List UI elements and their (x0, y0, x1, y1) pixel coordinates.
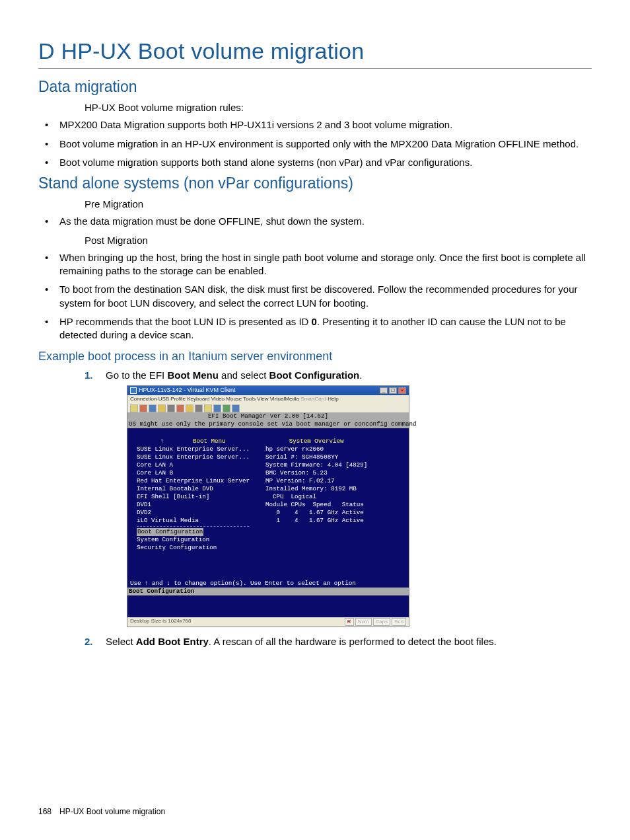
bios-header: EFI Boot Manager ver 2.00 [14.62] (127, 412, 409, 420)
toolbar-icon[interactable] (195, 404, 203, 412)
boot-config-label: Boot Configuration (269, 369, 360, 381)
status-box: Scrl (392, 618, 406, 626)
toolbar-icon[interactable] (186, 404, 193, 412)
lun-id-zero: 0 (312, 316, 317, 327)
menu-item[interactable]: DVD1 (137, 501, 250, 509)
menu-item[interactable]: Security Configuration (137, 544, 250, 552)
list-item: Boot volume migration supports both stan… (38, 156, 592, 169)
status-box: Caps (373, 618, 391, 626)
menu-item[interactable]: iLO Virtual Media (137, 517, 250, 525)
pre-migration-label: Pre Migration (85, 198, 592, 211)
toolbar-icon[interactable] (204, 404, 212, 412)
list-item: When bringing up the host, bring the hos… (38, 251, 592, 278)
list-item: As the data migration must be done OFFLI… (38, 215, 592, 228)
kvm-statusbar: Desktop Size is 1024x768 R Num Caps Scrl (127, 617, 409, 627)
menu-item[interactable]: SUSE Linux Enterprise Server... (137, 445, 250, 453)
info-line: Installed Memory: 8192 MB (265, 485, 367, 493)
footer-title: HP-UX Boot volume migration (59, 807, 165, 816)
menu-item[interactable]: Internal Bootable DVD (137, 485, 250, 493)
maximize-button[interactable]: □ (389, 387, 397, 394)
add-boot-entry-label: Add Boot Entry (136, 636, 209, 647)
rules-list: MPX200 Data Migration supports both HP-U… (38, 118, 592, 169)
step-1: Go to the EFI Boot Menu and select Boot … (85, 369, 592, 627)
text: Go to the EFI (106, 369, 167, 381)
pre-list: As the data migration must be done OFFLI… (38, 215, 592, 228)
post-list: When bringing up the host, bring the hos… (38, 251, 592, 342)
menu-item-selected[interactable]: Boot Configuration (137, 528, 250, 536)
intro-text: HP-UX Boot volume migration rules: (85, 101, 592, 114)
toolbar-icon[interactable] (213, 404, 221, 412)
text: . A rescan of all the hardware is perfor… (209, 636, 497, 647)
toolbar-icon[interactable] (223, 404, 230, 412)
toolbar-icon[interactable] (167, 404, 175, 412)
text: HP recommends that the boot LUN ID is pr… (59, 316, 312, 327)
menu-item[interactable]: Red Hat Enterprise Linux Server (137, 477, 250, 485)
menu-item[interactable]: SUSE Linux Enterprise Server... (137, 453, 250, 461)
separator (137, 526, 249, 527)
window-icon (130, 387, 137, 394)
list-item: HP recommends that the boot LUN ID is pr… (38, 315, 592, 342)
status-text: Desktop Size is 1024x768 (130, 618, 192, 626)
kvm-titlebar: HPUX-11v3-142 - Virtual KVM Client _ □ × (127, 386, 409, 395)
steps-list: Go to the EFI Boot Menu and select Boot … (85, 369, 592, 648)
info-line: System Firmware: 4.04 [4829] (265, 461, 367, 469)
text: Select (106, 636, 136, 647)
list-item: Boot volume migration in an HP-UX enviro… (38, 137, 592, 151)
kvm-menubar[interactable]: Connection USB Profile Keyboard Video Mo… (127, 395, 409, 403)
toolbar-icon[interactable] (139, 404, 147, 412)
menu-item[interactable]: Core LAN A (137, 461, 250, 469)
info-line: BMC Version: 5.23 (265, 469, 367, 477)
section-standalone: Stand alone systems (non vPar configurat… (38, 174, 592, 192)
menu-item[interactable]: System Configuration (137, 536, 250, 544)
toolbar-icon[interactable] (232, 404, 240, 412)
info-line: 0 4 1.67 GHz Active (265, 509, 367, 517)
toolbar-icon[interactable] (158, 404, 166, 412)
info-line: Module CPUs Speed Status (265, 501, 367, 509)
section-data-migration: Data migration (38, 78, 592, 96)
close-button[interactable]: × (398, 387, 406, 394)
step-2: Select Add Boot Entry. A rescan of all t… (85, 635, 592, 648)
text: . (359, 369, 362, 381)
info-line: Serial #: SGH48508YY (265, 453, 367, 461)
menu-disabled: SmartCard (299, 396, 326, 402)
overview-title: System Overview (265, 438, 367, 445)
page-title: D HP-UX Boot volume migration (38, 38, 592, 69)
bios-hint: Use ↑ and ↓ to change option(s). Use Ent… (127, 578, 409, 588)
kvm-screenshot: HPUX-11v3-142 - Virtual KVM Client _ □ ×… (127, 385, 409, 627)
system-overview-panel: System Overview hp server rx2660 Serial … (265, 438, 367, 552)
info-line: 1 4 1.67 GHz Active (265, 517, 367, 525)
boot-menu-label: Boot Menu (167, 369, 218, 381)
info-line: CPU Logical (265, 493, 367, 501)
menu-items[interactable]: Connection USB Profile Keyboard Video Mo… (130, 396, 299, 402)
info-line: MP Version: F.02.17 (265, 477, 367, 485)
page-footer: 168HP-UX Boot volume migration (38, 807, 165, 816)
toolbar-icon[interactable] (176, 404, 184, 412)
kvm-title-text: HPUX-11v3-142 - Virtual KVM Client (139, 386, 235, 394)
bios-warning: OS might use only the primary console se… (127, 420, 409, 428)
boot-menu-panel: ↑ Boot Menu SUSE Linux Enterprise Server… (137, 438, 250, 552)
menu-item[interactable]: DVD2 (137, 509, 250, 517)
list-item: MPX200 Data Migration supports both HP-U… (38, 118, 592, 132)
kvm-toolbar[interactable] (127, 403, 409, 412)
toolbar-icon[interactable] (130, 404, 138, 412)
post-migration-label: Post Migration (85, 234, 592, 247)
section-example-boot: Example boot process in an Itanium serve… (38, 350, 592, 363)
page-number: 168 (38, 807, 52, 816)
minimize-button[interactable]: _ (380, 387, 388, 394)
menu-help[interactable]: Help (326, 396, 339, 402)
text: and select (219, 369, 269, 381)
menu-item[interactable]: Core LAN B (137, 469, 250, 477)
bios-selection: Boot Configuration (127, 588, 409, 595)
status-r-badge: R (345, 618, 354, 626)
bios-console: EFI Boot Manager ver 2.00 [14.62] OS mig… (127, 412, 409, 617)
toolbar-icon[interactable] (149, 404, 157, 412)
status-box: Num (355, 618, 372, 626)
list-item: To boot from the destination SAN disk, t… (38, 283, 592, 310)
menu-item[interactable]: EFI Shell [Built-in] (137, 493, 250, 501)
boot-menu-title: ↑ Boot Menu (137, 438, 249, 445)
info-line: hp server rx2660 (265, 445, 367, 453)
